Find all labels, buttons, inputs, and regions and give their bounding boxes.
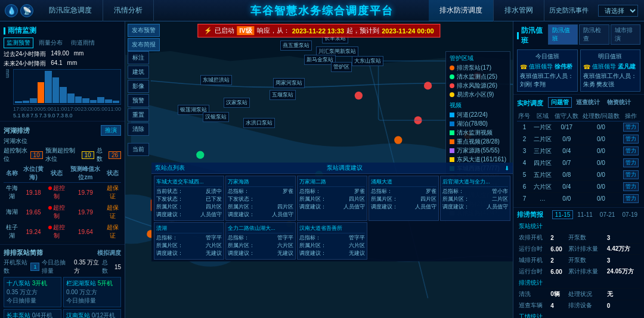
pump-rec-subtitle: 泵站调度建议 <box>327 164 363 172</box>
dispatch-op-4[interactable]: 管力 <box>622 169 640 181</box>
pump-filter-section: 排排泵站简筛 模拟调度 开机泵站数 1 今日总抽排量 0.35 万立方 总数 1… <box>0 245 125 318</box>
tool-current[interactable]: 当前 <box>128 143 149 156</box>
svg-point-10 <box>196 151 204 158</box>
rain-bar <box>15 101 22 103</box>
dispatch-op-5[interactable]: 管力 <box>622 181 640 193</box>
duty-tomorrow-leader-name: 孟凡建 <box>618 63 636 71</box>
dispatch-op-btn-6[interactable]: 管力 <box>623 194 639 203</box>
alert-icon: ⚡ <box>204 27 212 35</box>
duty-tab-flood[interactable]: 防汛值班 <box>548 24 578 45</box>
summary-drainage-label-row: 排涝统计 <box>517 278 640 289</box>
dispatch-op-btn-5[interactable]: 管力 <box>623 182 639 191</box>
summary-section: 排涝简报 11-15 11-11 07-21 07-19 泵站统计 农排开机 2 <box>513 208 644 318</box>
publish-report-btn[interactable]: 发布简报 <box>128 38 160 51</box>
dispatch-col-staff: 值守人数 <box>553 111 580 121</box>
nav-flood-analysis[interactable]: 汛情分析 <box>103 0 154 21</box>
signal-icon[interactable]: 📡 <box>20 4 33 17</box>
duty-tomorrow-title: 明日值班 <box>583 52 638 61</box>
station-label-hanjia: 汉家泵站 <box>224 98 250 108</box>
dispatch-table: 序号 区域 值守人数 处理数/问题数 操作 1 一片区 0/17 0/0 管力 … <box>517 111 640 205</box>
legend-video-title: 视频 <box>450 101 506 110</box>
rain-values: 过去24小时降雨 149.00 mm <box>4 50 121 58</box>
dispatch-table-row: 5 五片区 0/8 0/0 管力 <box>517 169 640 181</box>
dispatch-tab-patrol[interactable]: 巡查统计 <box>573 97 603 108</box>
duty-today-card: 今日值班 ☎ 值班领导 徐伟桥 夜班值班工作人员： 刘刚 李翔 <box>517 49 578 92</box>
col-level: 水位(黄海) <box>20 164 47 183</box>
duty-today-night-names: 刘刚 李翔 <box>520 81 546 88</box>
summary-date-tab-1111[interactable]: 11-11 <box>574 210 596 219</box>
river-status-1: 超控制 <box>47 202 67 222</box>
hist-select[interactable]: 请选择 <box>598 5 638 17</box>
tool-mark[interactable]: 标注 <box>128 51 149 64</box>
dispatch-tab-issue[interactable]: 问题管 <box>548 97 572 108</box>
river-level-2: 19.24 <box>20 222 47 242</box>
pump-rec-item-title-1: 万家海路 <box>228 178 293 187</box>
summary-val-patrol: 4 <box>549 300 566 311</box>
pump-rec-row1-6: 总指标：管字平 <box>228 234 293 242</box>
duty-tab-inspect[interactable]: 防汛检查 <box>579 24 609 45</box>
dispatch-processed-4: 0/0 <box>580 169 622 181</box>
publish-warning-btn[interactable]: 发布预警 <box>128 24 160 37</box>
map-toolbar: 标注 建筑 影像 预警 重置 清除 当前 <box>128 51 149 156</box>
pump-count-btn[interactable]: 1 <box>30 263 39 271</box>
pump-filter-title: 排排泵站简筛 模拟调度 <box>4 247 121 258</box>
legend-item-lake: 湖泊(78/80) <box>450 120 506 128</box>
nav-drainage-dispatch[interactable]: 排水防涝调度 <box>429 0 494 21</box>
river-control-row: 超控制水位 10 预测超控制水位 10 总数 26 <box>4 146 121 163</box>
rain-bar <box>113 101 120 103</box>
river-forecast-2: 19.64 <box>67 222 104 242</box>
dispatch-num-5: 6 <box>517 181 532 193</box>
duty-tab-urban[interactable]: 城市排演 <box>611 24 641 45</box>
rain-bar <box>97 97 104 103</box>
pump-rec-download-icon[interactable]: ⬇ <box>504 165 509 172</box>
rain-tab-street[interactable]: 街道雨情 <box>68 38 98 48</box>
alert-end-date: 2023-11-24 00:00 <box>382 27 434 35</box>
pump-total-num: 15 <box>114 264 121 270</box>
pump-rec-row4-4: 调度建议：人员值守 <box>442 203 508 211</box>
col-name: 名称 <box>4 164 20 183</box>
dispatch-col-processed: 处理数/问题数 <box>580 111 622 121</box>
dispatch-op-6[interactable]: 管力 <box>622 193 640 205</box>
summary-date-tab-0719[interactable]: 07-19 <box>619 210 640 219</box>
pump-item-changfeng: 长丰泵站 0/4开机 <box>4 309 61 318</box>
dispatch-tab-material[interactable]: 物资统计 <box>604 97 634 108</box>
dispatch-op-1[interactable]: 管力 <box>622 133 640 145</box>
pump-rec-item-2: 万家湖二路 总指标：罗雀 所属片区：四片区 调度建议：人员值守 <box>297 176 367 221</box>
dispatch-area-1: 二片区 <box>532 133 553 145</box>
tool-reset[interactable]: 重置 <box>128 108 149 121</box>
push-button[interactable]: 推演 <box>101 125 121 136</box>
rain-tab-forecast[interactable]: 监测预警 <box>4 38 33 48</box>
summary-val2-farmopen: 3 <box>605 232 640 244</box>
pump-rec-panel: 泵站点列表 泵站调度建议 ⬇ 车城大道交车城西... 当前状态：反渍中 下发状态… <box>151 163 513 261</box>
pump-total-num-label: 总数 <box>102 258 112 275</box>
legend-dot-flood <box>450 92 454 97</box>
pump-rec-item-title-6: 全力二路依山湖大... <box>228 225 293 233</box>
pump-rec-row1-7: 总指标：管字平 <box>299 234 365 242</box>
pump-18-stat: 0.35 万立方 <box>7 288 58 297</box>
dispatch-op-0[interactable]: 管力 <box>622 121 640 133</box>
dispatch-op-btn-1[interactable]: 管力 <box>623 135 639 144</box>
dispatch-title: 实时调度 问题管 巡查统计 物资统计 <box>517 97 640 110</box>
tool-building[interactable]: 建筑 <box>128 66 149 79</box>
summary-val2-patrol: 0 <box>605 300 640 311</box>
tool-image[interactable]: 影像 <box>128 80 149 93</box>
duty-tomorrow-night-label: 夜班值班工作人员： <box>583 73 637 79</box>
dispatch-op-btn-4[interactable]: 管力 <box>623 170 639 179</box>
summary-date-tab-0721[interactable]: 07-21 <box>597 210 618 219</box>
nav-drainage-network[interactable]: 排水管网 <box>494 0 544 21</box>
tool-clear[interactable]: 清除 <box>128 123 149 136</box>
dispatch-op-2[interactable]: 管力 <box>622 145 640 157</box>
dispatch-op-btn-0[interactable]: 管力 <box>623 123 639 132</box>
tool-warning[interactable]: 预警 <box>128 94 149 107</box>
rain-monitor-section: 雨情监测 监测预警 雨量分布 街道雨情 过去24小时降雨 149.00 mm 未… <box>0 21 125 121</box>
dispatch-op-btn-3[interactable]: 管力 <box>623 158 639 167</box>
center-panel: ⚡ 已启动 IV级 响应，从： 2023-11-22 13:33 起，预计到 2… <box>125 21 513 318</box>
legend-dot-monitor <box>450 74 454 79</box>
pump-filter-label: 模拟调度 <box>97 249 121 257</box>
dispatch-op-btn-2[interactable]: 管力 <box>623 146 639 155</box>
nav-flood-emergency[interactable]: 防汛应急调度 <box>38 0 103 21</box>
summary-date-tab-1115[interactable]: 11-15 <box>552 210 574 219</box>
water-icon[interactable]: 💧 <box>5 4 18 17</box>
dispatch-op-3[interactable]: 管力 <box>622 157 640 169</box>
rain-tab-distribution[interactable]: 雨量分布 <box>36 38 66 48</box>
